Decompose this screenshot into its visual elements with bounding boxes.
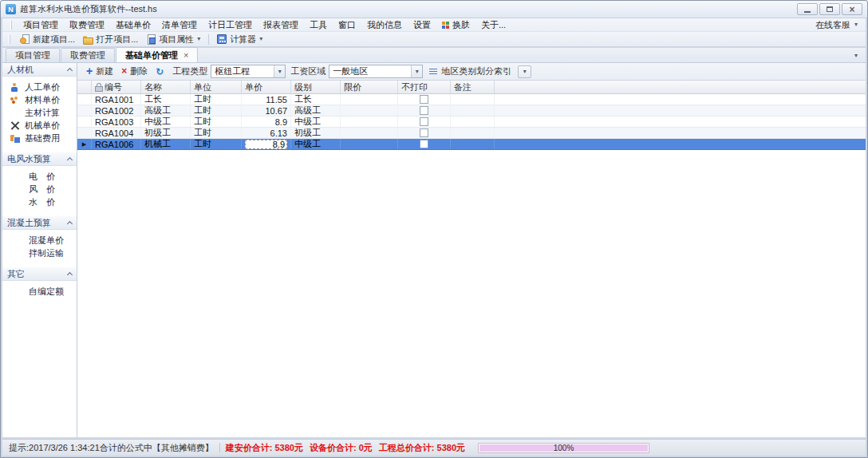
delete-row-button[interactable]: × 删除: [117, 65, 152, 78]
sidebar-item-2-3[interactable]: 水 价: [2, 196, 77, 208]
project-type-select[interactable]: 枢纽工程 ▾: [211, 65, 286, 78]
sidebar-group-header-1[interactable]: 人材机: [2, 63, 77, 77]
wage-region-select[interactable]: 一般地区 ▾: [329, 65, 423, 78]
sidebar-item-1-3[interactable]: 主材计算: [2, 107, 77, 119]
cell-note: [451, 94, 495, 105]
menu-item-6[interactable]: 报表管理: [258, 18, 304, 31]
menu-item-4[interactable]: 清单管理: [156, 18, 203, 31]
cell-noprint: [398, 94, 451, 105]
menu-item-1[interactable]: 项目管理: [18, 18, 64, 31]
status-total-3: 工程总价合计5380元: [379, 442, 465, 454]
table-row[interactable]: ▶RGA1006机械工工时8.9中级工: [77, 139, 866, 150]
combo-dropdown-button[interactable]: ▾: [411, 65, 422, 77]
tab-2[interactable]: 取费管理: [61, 48, 115, 62]
table-row[interactable]: RGA1001工长工时11.55工长: [77, 94, 866, 105]
menu-item-5[interactable]: 计日工管理: [203, 18, 258, 31]
cell-name: 中级工: [141, 116, 191, 127]
table-row[interactable]: RGA1002高级工工时10.67高级工: [77, 105, 866, 116]
sidebar-group-header-4[interactable]: 其它: [2, 267, 77, 281]
menu-item-8[interactable]: 窗口: [333, 18, 361, 31]
main-toolbar: 新建项目... 打开项目... 项目属性 ▾ 计算器 ▾: [2, 32, 866, 47]
sidebar-group-header-3[interactable]: 混凝土预算: [2, 216, 77, 230]
column-header-level[interactable]: 级别: [291, 81, 341, 93]
cell-limit: [341, 105, 398, 116]
table-row[interactable]: RGA1003中级工工时8.9中级工: [77, 116, 866, 128]
cell-price: 6.13: [242, 128, 291, 138]
menu-grip: [10, 21, 12, 30]
chevron-down-icon: ▾: [416, 69, 419, 75]
status-separator: [219, 443, 220, 452]
price-edit-input[interactable]: 8.9: [245, 140, 287, 149]
cell-price: 8.9: [242, 139, 291, 149]
sidebar-item-1-2[interactable]: 材料单价: [2, 94, 77, 106]
noprint-checkbox[interactable]: [420, 95, 428, 104]
calculator-button[interactable]: 计算器 ▾: [213, 33, 266, 46]
sidebar-item-3-1[interactable]: 混凝单价: [2, 235, 77, 247]
cell-level: 工长: [291, 94, 341, 105]
project-properties-button[interactable]: 项目属性 ▾: [142, 33, 204, 46]
cell-unit: 工时: [191, 116, 242, 127]
close-button[interactable]: ×: [842, 3, 862, 15]
cell-limit: [341, 139, 398, 149]
maximize-button[interactable]: [819, 3, 840, 15]
status-totals: 建安价合计5380元设备价合计0元工程总价合计5380元: [226, 442, 471, 454]
sidebar-item-1-1[interactable]: 人工单价: [2, 81, 77, 93]
sidebar-item-2-2[interactable]: 风 价: [2, 184, 77, 195]
window-controls: ×: [797, 3, 862, 15]
region-index-button[interactable]: 地区类别划分索引: [437, 65, 515, 78]
row-indicator-cell: [77, 128, 92, 138]
menu-item-10[interactable]: 设置: [408, 18, 436, 31]
menu-item-9[interactable]: 我的信息: [361, 18, 408, 31]
sidebar-group-header-2[interactable]: 电风水预算: [2, 152, 77, 166]
new-project-button[interactable]: 新建项目...: [16, 33, 79, 46]
refresh-icon: ↻: [156, 68, 164, 76]
grid-toolbar: + 新建 × 删除 ↻ 工程类型 枢纽工程 ▾ 工资区域 一般地区: [77, 63, 866, 81]
skin-grid-icon: [442, 22, 449, 29]
menu-item-label: 基础单价: [116, 19, 151, 31]
column-header-unit[interactable]: 单位: [191, 81, 242, 93]
menu-item-7[interactable]: 工具: [304, 18, 333, 31]
menu-item-2[interactable]: 取费管理: [64, 18, 110, 31]
column-header-note[interactable]: 备注: [451, 81, 495, 93]
toolbar-grip: [9, 35, 10, 44]
sidebar-item-3-2[interactable]: 拌制运输: [2, 247, 77, 259]
cell-code: RGA1001: [92, 94, 141, 105]
column-header-label: 编号: [105, 81, 122, 93]
noprint-checkbox[interactable]: [420, 117, 428, 126]
tab-3[interactable]: 基础单价管理×: [116, 47, 198, 62]
add-row-button[interactable]: + 新建: [82, 65, 117, 78]
column-header-name[interactable]: 名称: [141, 81, 191, 93]
column-header-limit[interactable]: 限价: [341, 81, 398, 93]
cell-price: 10.67: [242, 105, 291, 116]
tab-overflow-chevron-icon[interactable]: ▾: [854, 53, 858, 59]
column-header-noprint[interactable]: 不打印: [398, 81, 451, 93]
menu-item-3[interactable]: 基础单价: [110, 18, 156, 31]
chevron-down-icon[interactable]: ▾: [197, 36, 200, 42]
sidebar-item-1-4[interactable]: 机械单价: [2, 120, 77, 132]
column-header-label: 单位: [194, 81, 211, 93]
chevron-down-icon[interactable]: ▾: [259, 36, 262, 42]
combo-dropdown-button[interactable]: ▾: [274, 65, 285, 77]
menu-item-11[interactable]: 换肤: [436, 18, 475, 31]
column-header-price[interactable]: 单价: [242, 81, 291, 93]
tab-close-icon[interactable]: ×: [183, 51, 188, 60]
open-project-button[interactable]: 打开项目...: [79, 33, 142, 46]
menu-item-12[interactable]: 关于...: [475, 18, 511, 31]
tab-1[interactable]: 项目管理: [6, 48, 60, 62]
minimize-button[interactable]: [797, 3, 818, 15]
column-header-code[interactable]: 编号: [92, 81, 141, 93]
noprint-checkbox[interactable]: [420, 106, 428, 115]
sidebar-item-label: 材料单价: [25, 94, 60, 106]
online-service-menu[interactable]: 在线客服 ▾: [815, 19, 858, 31]
sidebar-item-4-1[interactable]: 自编定额: [2, 286, 77, 298]
sidebar-item-1-5[interactable]: 基础费用: [2, 132, 77, 144]
refresh-button[interactable]: ↻: [152, 67, 168, 77]
region-index-label: 地区类别划分索引: [441, 65, 511, 77]
grid-toolbar-overflow-button[interactable]: ▾: [518, 65, 531, 78]
noprint-checkbox[interactable]: [420, 140, 428, 148]
noprint-checkbox[interactable]: [420, 128, 428, 137]
sidebar-item-2-1[interactable]: 电 价: [2, 171, 77, 183]
table-row[interactable]: RGA1004初级工工时6.13初级工: [77, 128, 866, 139]
cell-price: 8.9: [242, 116, 291, 127]
cell-note: [451, 105, 495, 116]
